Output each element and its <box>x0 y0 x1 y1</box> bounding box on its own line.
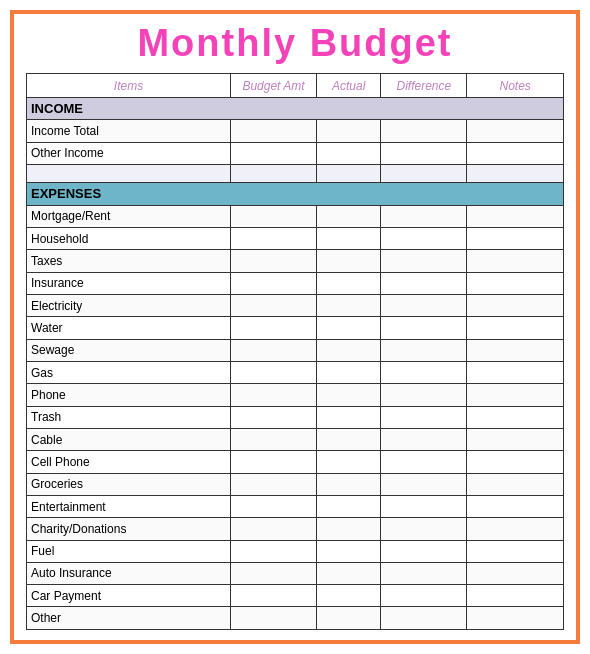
row-actual-cell[interactable] <box>316 451 380 473</box>
row-difference-cell[interactable] <box>381 361 467 383</box>
row-difference-cell[interactable] <box>381 540 467 562</box>
row-budget-cell[interactable] <box>231 250 317 272</box>
row-notes-cell[interactable] <box>467 120 564 142</box>
row-actual-cell[interactable] <box>316 384 380 406</box>
row-difference-cell[interactable] <box>381 272 467 294</box>
table-row: Car Payment <box>27 585 564 607</box>
row-difference-cell[interactable] <box>381 384 467 406</box>
row-notes-cell[interactable] <box>467 227 564 249</box>
row-budget-cell[interactable] <box>231 607 317 630</box>
row-budget-cell[interactable] <box>231 473 317 495</box>
row-difference-cell[interactable] <box>381 339 467 361</box>
row-difference-cell[interactable] <box>381 406 467 428</box>
row-notes-cell[interactable] <box>467 518 564 540</box>
row-notes-cell[interactable] <box>467 607 564 630</box>
row-notes-cell[interactable] <box>467 250 564 272</box>
row-difference-cell[interactable] <box>381 142 467 164</box>
row-budget-cell[interactable] <box>231 317 317 339</box>
row-budget-cell[interactable] <box>231 227 317 249</box>
row-difference-cell[interactable] <box>381 518 467 540</box>
row-notes-cell[interactable] <box>467 205 564 227</box>
row-notes-cell[interactable] <box>467 272 564 294</box>
row-budget-cell[interactable] <box>231 272 317 294</box>
row-actual-cell[interactable] <box>316 361 380 383</box>
row-difference-cell[interactable] <box>381 294 467 316</box>
row-difference-cell[interactable] <box>381 120 467 142</box>
row-actual-cell[interactable] <box>316 562 380 584</box>
row-actual-cell[interactable] <box>316 120 380 142</box>
table-row: Water <box>27 317 564 339</box>
row-difference-cell[interactable] <box>381 495 467 517</box>
row-actual-cell[interactable] <box>316 317 380 339</box>
row-difference-cell[interactable] <box>381 562 467 584</box>
row-budget-cell[interactable] <box>231 294 317 316</box>
table-row: Trash <box>27 406 564 428</box>
row-actual-cell[interactable] <box>316 585 380 607</box>
row-actual-cell[interactable] <box>316 227 380 249</box>
row-notes-cell[interactable] <box>467 384 564 406</box>
row-actual-cell[interactable] <box>316 540 380 562</box>
row-actual-cell[interactable] <box>316 473 380 495</box>
row-budget-cell[interactable] <box>231 120 317 142</box>
row-budget-cell[interactable] <box>231 205 317 227</box>
row-budget-cell[interactable] <box>231 406 317 428</box>
row-notes-cell[interactable] <box>467 562 564 584</box>
row-item-label: Insurance <box>27 272 231 294</box>
table-row: Other Income <box>27 142 564 164</box>
row-actual-cell[interactable] <box>316 428 380 450</box>
row-budget-cell[interactable] <box>231 339 317 361</box>
row-notes-cell[interactable] <box>467 339 564 361</box>
row-actual-cell[interactable] <box>316 205 380 227</box>
row-actual-cell[interactable] <box>316 607 380 630</box>
row-difference-cell[interactable] <box>381 205 467 227</box>
row-budget-cell[interactable] <box>231 451 317 473</box>
row-item-label: Electricity <box>27 294 231 316</box>
table-row: Insurance <box>27 272 564 294</box>
budget-table: Items Budget Amt Actual Difference Notes… <box>26 73 564 630</box>
row-difference-cell[interactable] <box>381 585 467 607</box>
row-budget-cell[interactable] <box>231 384 317 406</box>
row-difference-cell[interactable] <box>381 428 467 450</box>
row-budget-cell[interactable] <box>231 428 317 450</box>
row-notes-cell[interactable] <box>467 495 564 517</box>
row-notes-cell[interactable] <box>467 585 564 607</box>
row-item-label: Car Payment <box>27 585 231 607</box>
row-notes-cell[interactable] <box>467 142 564 164</box>
row-actual-cell[interactable] <box>316 250 380 272</box>
page-container: Monthly Budget Items Budget Amt Actual D… <box>10 10 580 644</box>
row-actual-cell[interactable] <box>316 272 380 294</box>
section-header-row: INCOME <box>27 98 564 120</box>
row-difference-cell[interactable] <box>381 317 467 339</box>
row-notes-cell[interactable] <box>467 451 564 473</box>
row-budget-cell[interactable] <box>231 585 317 607</box>
row-item-label: Phone <box>27 384 231 406</box>
row-budget-cell[interactable] <box>231 495 317 517</box>
row-notes-cell[interactable] <box>467 473 564 495</box>
row-difference-cell[interactable] <box>381 473 467 495</box>
row-budget-cell[interactable] <box>231 361 317 383</box>
row-difference-cell[interactable] <box>381 451 467 473</box>
row-item-label: Cell Phone <box>27 451 231 473</box>
row-notes-cell[interactable] <box>467 406 564 428</box>
row-budget-cell[interactable] <box>231 540 317 562</box>
row-actual-cell[interactable] <box>316 142 380 164</box>
row-actual-cell[interactable] <box>316 406 380 428</box>
row-notes-cell[interactable] <box>467 540 564 562</box>
row-difference-cell[interactable] <box>381 607 467 630</box>
row-notes-cell[interactable] <box>467 317 564 339</box>
row-notes-cell[interactable] <box>467 428 564 450</box>
row-actual-cell[interactable] <box>316 339 380 361</box>
row-notes-cell[interactable] <box>467 361 564 383</box>
row-actual-cell[interactable] <box>316 294 380 316</box>
row-actual-cell[interactable] <box>316 518 380 540</box>
table-row: Phone <box>27 384 564 406</box>
row-budget-cell[interactable] <box>231 562 317 584</box>
row-actual-cell[interactable] <box>316 495 380 517</box>
row-difference-cell[interactable] <box>381 250 467 272</box>
row-difference-cell[interactable] <box>381 227 467 249</box>
table-header-row: Items Budget Amt Actual Difference Notes <box>27 74 564 98</box>
row-notes-cell[interactable] <box>467 294 564 316</box>
row-item-label: Groceries <box>27 473 231 495</box>
row-budget-cell[interactable] <box>231 142 317 164</box>
row-budget-cell[interactable] <box>231 518 317 540</box>
